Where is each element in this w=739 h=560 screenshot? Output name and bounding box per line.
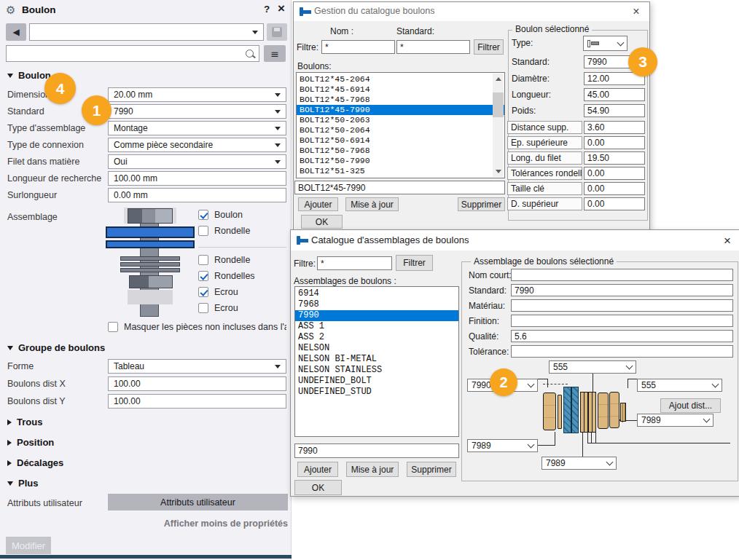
mise-a-jour-button[interactable]: Mise à jour bbox=[346, 462, 399, 477]
assembly-type-select[interactable]: Montage bbox=[108, 121, 286, 135]
long-du-filet-button[interactable]: Long. du filet bbox=[507, 151, 582, 165]
washer-bottom-left-combo[interactable]: 7989 bbox=[467, 439, 538, 452]
dialog-titlebar[interactable]: Gestion du catalogue boulons × bbox=[294, 2, 649, 21]
back-button[interactable]: ◀ bbox=[6, 23, 26, 41]
tolerances-rondelle-input[interactable]: 0.00 bbox=[584, 167, 645, 180]
ajouter-button[interactable]: Ajouter bbox=[297, 462, 338, 477]
materiau-input[interactable] bbox=[511, 299, 733, 312]
modifier-button[interactable]: Modifier bbox=[6, 537, 51, 554]
ajouter-button[interactable]: Ajouter bbox=[298, 197, 338, 211]
thread-in-material-select[interactable]: Oui bbox=[108, 154, 286, 169]
save-button[interactable] bbox=[267, 23, 287, 41]
list-item[interactable]: UNDEFINED_BOLT bbox=[295, 376, 458, 387]
scroll-down-icon[interactable] bbox=[496, 170, 501, 173]
attributs-utilisateur-button[interactable]: Attributs utilisateur bbox=[108, 494, 288, 510]
list-item[interactable]: BOLT12*50-7990 bbox=[297, 156, 504, 166]
checkbox-boulon[interactable]: Boulon bbox=[198, 210, 243, 220]
filter-nom-input[interactable]: * bbox=[321, 40, 395, 54]
close-icon[interactable]: × bbox=[627, 4, 645, 20]
boulons-listbox[interactable]: BOLT12*45-2064 BOLT12*45-6914 BOLT12*45-… bbox=[296, 72, 505, 178]
checkbox-rondelles[interactable]: Rondelles bbox=[198, 271, 255, 281]
ep-superieure-button[interactable]: Ep. supérieure bbox=[507, 136, 582, 149]
list-item[interactable]: BOLT12*51-325 bbox=[297, 166, 504, 176]
extra-length-input[interactable]: 0.00 mm bbox=[108, 188, 286, 202]
menu-button[interactable]: ≡ bbox=[264, 45, 286, 62]
tolerance-input[interactable] bbox=[511, 345, 733, 358]
dist-y-input[interactable]: 100.00 bbox=[108, 394, 286, 409]
filtrer-button[interactable]: Filtrer bbox=[474, 39, 504, 55]
filtrer-button[interactable]: Filtrer bbox=[396, 255, 433, 271]
standard-input[interactable]: 7990 bbox=[511, 284, 733, 296]
checkbox-masquer[interactable]: Masquer les pièces non incluses dans l'a… bbox=[108, 322, 286, 332]
dimension-select[interactable]: 20.00 mm bbox=[108, 87, 286, 102]
list-item[interactable]: NELSON bbox=[295, 343, 458, 354]
list-item[interactable]: BOLT12*50-7968 bbox=[297, 146, 504, 156]
list-item-selected[interactable]: 7990 bbox=[295, 310, 458, 321]
bolt-name-input[interactable]: BOLT12*45-7990 bbox=[294, 181, 505, 194]
list-item[interactable]: UNDEFINED_STUD bbox=[295, 387, 458, 398]
poids-value-input[interactable]: 54.90 bbox=[584, 104, 645, 117]
qualite-input[interactable]: 5.6 bbox=[511, 330, 733, 342]
list-item[interactable]: 6914 bbox=[295, 288, 458, 299]
section-position[interactable]: Position bbox=[7, 437, 54, 448]
tolerances-rondelle-button[interactable]: Tolérances rondell bbox=[507, 167, 582, 180]
connection-type-select[interactable]: Comme pièce secondaire bbox=[108, 138, 286, 152]
taille-cle-button[interactable]: Taille clé bbox=[507, 182, 582, 195]
nut-right-combo[interactable]: 7989 bbox=[637, 414, 713, 427]
supprimer-button[interactable]: Supprimer bbox=[458, 197, 505, 211]
scrollbar-thumb[interactable] bbox=[493, 92, 504, 117]
supprimer-button[interactable]: Supprimer bbox=[407, 462, 456, 477]
ok-button[interactable]: OK bbox=[301, 215, 343, 229]
list-item-selected[interactable]: BOLT12*45-7990 bbox=[297, 105, 504, 115]
long-du-filet-input[interactable]: 19.50 bbox=[584, 151, 645, 165]
d-superieur-input[interactable]: 0.00 bbox=[584, 197, 645, 210]
ok-button[interactable]: OK bbox=[294, 480, 342, 495]
section-trous[interactable]: Trous bbox=[7, 417, 42, 427]
list-item[interactable]: ASS 1 bbox=[295, 321, 458, 332]
list-item[interactable]: ASS 2 bbox=[295, 332, 458, 343]
distance-supp-button[interactable]: Distance supp. bbox=[507, 121, 582, 134]
taille-cle-input[interactable]: 0.00 bbox=[584, 182, 645, 195]
list-item[interactable]: BOLT12*45-2064 bbox=[297, 74, 504, 84]
show-less-link[interactable]: Afficher moins de propriétés bbox=[102, 518, 288, 529]
list-item[interactable]: BOLT12*45-6914 bbox=[297, 84, 504, 95]
settings-file-combo[interactable] bbox=[29, 23, 264, 41]
section-plus[interactable]: Plus bbox=[7, 478, 38, 489]
list-item[interactable]: BOLT12*50-2064 bbox=[297, 125, 504, 135]
checkbox-ecrou-2[interactable]: Ecrou bbox=[198, 303, 238, 313]
assembly-name-input[interactable]: 7990 bbox=[294, 443, 459, 458]
type-combo[interactable] bbox=[583, 36, 627, 51]
dialog-titlebar[interactable]: Catalogue d'assemblages de boulons × bbox=[291, 230, 739, 251]
search-input[interactable] bbox=[6, 45, 259, 62]
list-item[interactable]: BOLT12*50-6914 bbox=[297, 135, 504, 146]
section-decalages[interactable]: Décalages bbox=[7, 457, 63, 468]
list-item[interactable]: BOLT12*45-7968 bbox=[297, 95, 504, 105]
filter-input[interactable]: * bbox=[317, 256, 392, 270]
finition-input[interactable] bbox=[511, 315, 733, 327]
longueur-value-input[interactable]: 45.00 bbox=[584, 88, 645, 101]
list-item[interactable]: NELSON STAINLESS bbox=[295, 365, 458, 376]
distance-supp-input[interactable]: 3.60 bbox=[584, 121, 645, 134]
nut-bottom-combo[interactable]: 7989 bbox=[541, 457, 617, 470]
nom-court-input[interactable] bbox=[511, 269, 733, 281]
dist-x-input[interactable]: 100.00 bbox=[108, 376, 286, 391]
scroll-up-icon[interactable] bbox=[496, 77, 501, 81]
section-boulon[interactable]: Boulon bbox=[7, 70, 51, 81]
forme-select[interactable]: Tableau bbox=[108, 359, 286, 374]
d-superieur-button[interactable]: D. supérieur bbox=[507, 197, 582, 210]
search-length-input[interactable]: 100.00 mm bbox=[108, 171, 286, 186]
ep-superieure-input[interactable]: 0.00 bbox=[584, 136, 645, 149]
section-groupe-de-boulons[interactable]: Groupe de boulons bbox=[7, 342, 105, 353]
checkbox-rondelle-2[interactable]: Rondelle bbox=[198, 255, 250, 265]
washer-top-combo[interactable]: 555 bbox=[549, 360, 636, 374]
assemblages-listbox[interactable]: 6914 7968 7990 ASS 1 ASS 2 NELSON NELSON… bbox=[294, 286, 459, 437]
checkbox-ecrou-1[interactable]: Ecrou bbox=[198, 287, 238, 297]
washer-right-combo[interactable]: 555 bbox=[637, 379, 722, 392]
close-icon[interactable]: × bbox=[275, 1, 288, 16]
list-item[interactable]: NELSON BI-METAL bbox=[295, 354, 458, 365]
mise-a-jour-button[interactable]: Mise à jour bbox=[345, 197, 399, 211]
help-icon[interactable]: ? bbox=[261, 4, 273, 15]
filter-standard-input[interactable]: * bbox=[396, 40, 470, 54]
ajout-dist-button[interactable]: Ajout dist... bbox=[660, 398, 721, 413]
standard-select[interactable]: 7990 bbox=[108, 104, 286, 119]
